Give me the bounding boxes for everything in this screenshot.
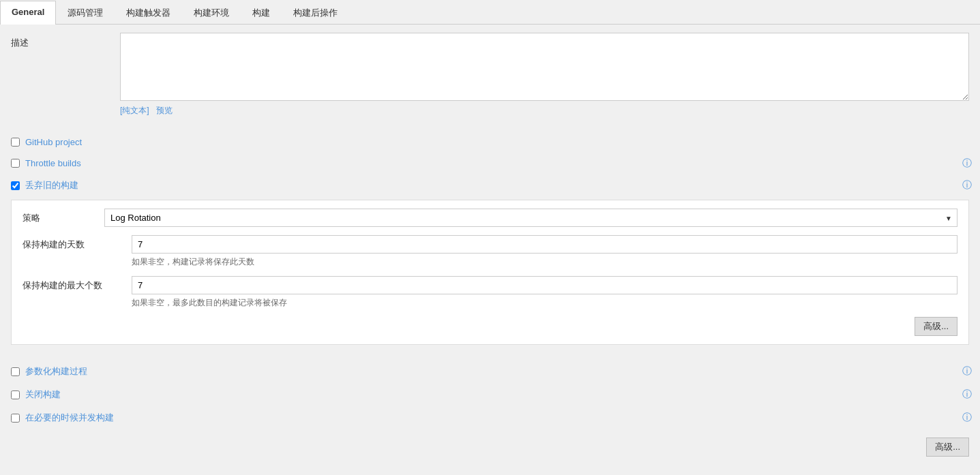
keep-days-inner: 保持构建的天数 [23, 235, 957, 254]
trigger-builds-help-icon[interactable]: ⓘ [962, 412, 972, 424]
bottom-advanced-button[interactable]: 高级... [926, 438, 969, 457]
main-content: 描述 [纯文本] 预览 GitHub project Throttle buil… [0, 25, 980, 462]
description-section: 描述 [纯文本] 预览 [0, 25, 980, 132]
keep-max-input[interactable] [132, 276, 957, 294]
strategy-label: 策略 [23, 212, 104, 224]
description-links: [纯文本] 预览 [120, 105, 969, 117]
tab-general[interactable]: General [0, 1, 56, 25]
throttle-builds-label[interactable]: Throttle builds [25, 158, 81, 168]
advanced-button[interactable]: 高级... [915, 317, 957, 336]
keep-max-hint: 如果非空，最多此数目的构建记录将被保存 [132, 297, 957, 309]
description-row: 描述 [纯文本] 预览 [11, 33, 969, 117]
keep-max-label: 保持构建的最大个数 [23, 279, 132, 292]
trigger-builds-label[interactable]: 在必要的时候并发构建 [25, 412, 114, 424]
disable-builds-checkbox[interactable] [11, 390, 20, 399]
tab-triggers[interactable]: 构建触发器 [115, 1, 182, 25]
description-label: 描述 [11, 33, 120, 49]
tab-scm[interactable]: 源码管理 [56, 1, 115, 25]
tab-bar: General 源码管理 构建触发器 构建环境 构建 构建后操作 [0, 0, 980, 25]
disable-builds-label[interactable]: 关闭构建 [25, 388, 61, 401]
param-builds-checkbox[interactable] [11, 367, 20, 376]
strategy-select[interactable]: Log Rotation [104, 209, 957, 227]
keep-days-hint: 如果非空，构建记录将保存此天数 [132, 256, 957, 268]
tab-env[interactable]: 构建环境 [182, 1, 241, 25]
throttle-builds-row: Throttle builds ⓘ [0, 153, 980, 174]
trigger-builds-row: 在必要的时候并发构建 ⓘ [0, 406, 980, 429]
description-control: [纯文本] 预览 [120, 33, 969, 117]
tab-post[interactable]: 构建后操作 [282, 1, 349, 25]
keep-days-label: 保持构建的天数 [23, 239, 132, 251]
strategy-row: 策略 Log Rotation ▼ [23, 209, 957, 227]
bottom-checkboxes: 参数化构建过程 ⓘ 关闭构建 ⓘ 在必要的时候并发构建 ⓘ [0, 350, 980, 432]
advanced-btn-wrap: 高级... [23, 317, 957, 336]
discard-builds-help-icon[interactable]: ⓘ [962, 179, 972, 191]
disable-builds-row: 关闭构建 ⓘ [0, 383, 980, 406]
param-builds-label[interactable]: 参数化构建过程 [25, 365, 87, 378]
keep-max-row: 保持构建的最大个数 如果非空，最多此数目的构建记录将被保存 [23, 276, 957, 309]
keep-days-row: 保持构建的天数 如果非空，构建记录将保存此天数 [23, 235, 957, 268]
github-project-row: GitHub project [0, 132, 980, 153]
trigger-builds-checkbox[interactable] [11, 414, 20, 423]
keep-max-inner: 保持构建的最大个数 [23, 276, 957, 294]
param-builds-row: 参数化构建过程 ⓘ [0, 360, 980, 383]
discard-builds-checkbox[interactable] [11, 181, 20, 190]
param-builds-help-icon[interactable]: ⓘ [962, 365, 972, 378]
github-project-label[interactable]: GitHub project [25, 137, 82, 147]
discard-builds-row: 丢弃旧的构建 ⓘ [0, 174, 980, 197]
strategy-select-wrap: Log Rotation ▼ [104, 209, 957, 227]
discard-builds-label[interactable]: 丢弃旧的构建 [25, 179, 78, 191]
preview-link[interactable]: 预览 [156, 106, 173, 115]
disable-builds-help-icon[interactable]: ⓘ [962, 388, 972, 401]
plain-text-link[interactable]: [纯文本] [120, 106, 149, 115]
github-project-checkbox[interactable] [11, 138, 20, 147]
tab-build[interactable]: 构建 [241, 1, 282, 25]
keep-days-input[interactable] [132, 235, 957, 254]
throttle-builds-checkbox[interactable] [11, 159, 20, 168]
bottom-advanced-wrap: 高级... [0, 432, 980, 462]
discard-section: 策略 Log Rotation ▼ 保持构建的天数 如果非空，构建记录将保存此天… [11, 200, 969, 345]
description-textarea[interactable] [120, 33, 969, 101]
throttle-builds-help-icon[interactable]: ⓘ [962, 157, 972, 170]
